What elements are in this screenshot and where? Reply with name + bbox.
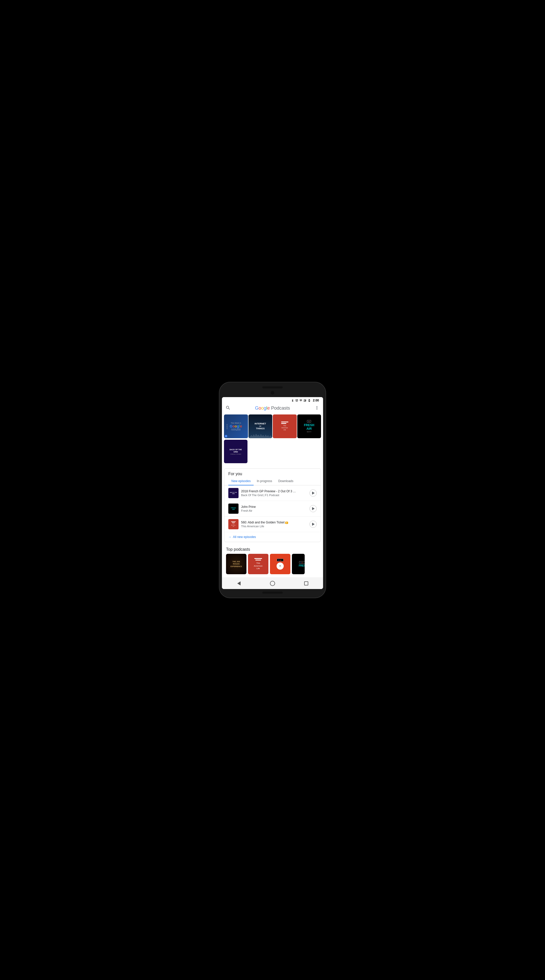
home-button[interactable]: [269, 580, 276, 587]
play-button-tal[interactable]: [309, 520, 317, 528]
play-icon-botg: [312, 492, 315, 495]
svg-rect-0: [304, 401, 304, 402]
episode-title-botg: 2018 French GP Preview - 2 Out Of 3 Ain'…: [241, 490, 297, 493]
top-podcasts-title: Top podcasts: [224, 547, 321, 554]
episode-item-tal[interactable]: ThisAmericanLife 560: Abdi and the Golde…: [224, 517, 321, 532]
spacer2: [222, 575, 323, 577]
top-podcast-tal[interactable]: ThisAmericanLife: [248, 554, 268, 574]
iot-skyline: [249, 433, 272, 438]
freshair-station: WHYY: [307, 431, 311, 433]
play-button-botg[interactable]: [309, 490, 317, 496]
tal-icon: ThisAmericanLife: [281, 422, 288, 431]
phone-screen: 2:00 Google Podcasts: [222, 397, 323, 589]
recent-icon: [304, 581, 308, 585]
all-episodes-link[interactable]: → All new episodes: [224, 532, 321, 542]
spacer: [222, 463, 323, 466]
twig-icon: i: [225, 435, 227, 438]
camera: [271, 391, 274, 395]
more-menu-icon[interactable]: [314, 405, 319, 411]
episode-thumb-freshair: FRESHAIR: [228, 504, 239, 514]
podcast-thumb-freshair[interactable]: npr FRESHAIR WHYY: [297, 414, 321, 438]
battery-icon: [308, 399, 311, 402]
iot-text: INTERNET OF THINGS: [255, 422, 266, 430]
botg-text: BACK OF THEGRID: [229, 449, 242, 453]
svg-rect-1: [304, 401, 305, 401]
episode-thumb-botg: BACK OF THEGRID: [228, 488, 239, 498]
episode-title-freshair: John Prine: [241, 505, 297, 509]
svg-rect-2: [305, 400, 306, 402]
google-logo: Google: [255, 406, 271, 410]
home-icon: [270, 581, 275, 586]
bluetooth-icon: [291, 399, 294, 402]
podcast-thumb-twig[interactable]: AUDIO This Week in Google Leo Laporte, J…: [224, 414, 248, 438]
phone-device: 2:00 Google Podcasts: [219, 382, 326, 598]
svg-rect-3: [306, 400, 306, 401]
twig-audio-label: AUDIO: [226, 424, 228, 429]
episode-item-freshair[interactable]: FRESHAIR John Prine Fresh Air: [224, 501, 321, 517]
status-icons: 2:00: [291, 399, 319, 402]
search-icon[interactable]: [226, 405, 231, 411]
app-title: Google Podcasts: [255, 406, 290, 411]
episode-podcast-tal: This American Life: [241, 525, 307, 528]
podcasts-label: Podcasts: [271, 406, 290, 410]
alarm-icon: [295, 399, 298, 402]
recent-apps-button[interactable]: [303, 580, 310, 587]
tab-downloads[interactable]: Downloads: [275, 477, 296, 485]
speaker-top: [262, 387, 283, 388]
explicit-badge: E: [285, 522, 288, 524]
for-you-section: For you New episodes In progress Downloa…: [224, 468, 321, 542]
episode-title-tal: 560: Abdi and the Golden TicketE: [241, 520, 297, 524]
all-episodes-label: All new episodes: [233, 535, 256, 539]
for-you-tabs: New episodes In progress Downloads: [224, 476, 321, 485]
twig-subtitle: Leo Laporte, Jeff Jarvis& Stacey Higginb…: [231, 428, 241, 431]
arrow-right-icon: →: [228, 535, 231, 539]
top-podcast-npr[interactable]: npr ☕: [270, 554, 290, 574]
podcast-thumb-botg[interactable]: BACK OF THEGRID FORMULA 1 PODCAST: [224, 440, 247, 463]
freshair-text: FRESHAIR: [304, 424, 314, 430]
play-button-freshair[interactable]: [309, 505, 317, 512]
episode-info-tal: 560: Abdi and the Golden TicketE This Am…: [241, 520, 307, 528]
for-you-title: For you: [224, 469, 321, 476]
back-button[interactable]: [235, 580, 242, 587]
episode-info-freshair: John Prine Fresh Air: [241, 505, 307, 512]
top-podcast-jre[interactable]: THE JOEROGANEXPERIENCE: [226, 554, 247, 574]
play-icon-freshair: [312, 507, 315, 510]
play-icon-tal: [312, 523, 315, 526]
podcast-grid-row1: AUDIO This Week in Google Leo Laporte, J…: [222, 414, 323, 439]
top-podcasts-section: Top podcasts THE JOEROGANEXPERIENCE This…: [222, 545, 323, 575]
episode-podcast-botg: Back Of The Grid | F1 Podcast: [241, 493, 307, 496]
bottom-nav: [222, 577, 323, 589]
podcast-thumb-iot[interactable]: INTERNET OF THINGS: [249, 414, 272, 438]
back-icon: [237, 581, 241, 585]
tab-new-episodes[interactable]: New episodes: [228, 477, 253, 485]
twig-google-text: Google: [230, 425, 242, 428]
botg-sub: FORMULA 1 PODCAST: [230, 453, 241, 455]
status-time: 2:00: [313, 399, 319, 402]
episode-thumb-tal2: ThisAmericanLife: [228, 519, 239, 529]
episode-podcast-freshair: Fresh Air: [241, 509, 307, 512]
episode-info-botg: 2018 French GP Preview - 2 Out Of 3 Ain'…: [241, 490, 307, 496]
top-podcasts-row: THE JOEROGANEXPERIENCE ThisAmericanLife: [224, 554, 321, 574]
app-header: Google Podcasts: [222, 403, 323, 414]
top-podcast-freshair2[interactable]: npr FRES: [292, 554, 305, 574]
episode-item-botg[interactable]: BACK OF THEGRID 2018 French GP Preview -…: [224, 485, 321, 501]
freshair-npr-badge: npr: [307, 420, 311, 423]
signal-icon: [303, 399, 306, 402]
status-bar: 2:00: [222, 397, 323, 403]
podcast-grid-row2: BACK OF THEGRID FORMULA 1 PODCAST: [222, 439, 323, 463]
podcast-thumb-tal[interactable]: ThisAmericanLife: [273, 414, 297, 438]
wifi-icon: [299, 399, 303, 402]
tab-in-progress[interactable]: In progress: [253, 477, 275, 485]
speaker-bottom: [262, 592, 283, 593]
